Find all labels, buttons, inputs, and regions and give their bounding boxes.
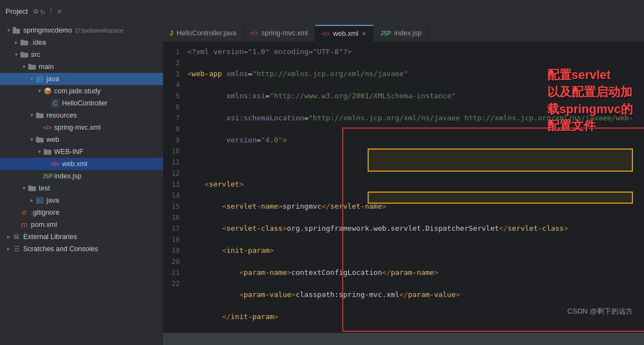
sidebar-item-scratches[interactable]: ☰ Scratches and Consoles	[0, 243, 163, 255]
sidebar-item-index-jsp[interactable]: JSP index.jsp	[0, 170, 163, 182]
main-layout: springmvcdemo D:\jadeworkspace .idea s	[0, 22, 644, 345]
sidebar-item-label: index.jsp	[54, 172, 81, 180]
sidebar-item-gitignore[interactable]: ⊘ .gitignore	[0, 206, 163, 219]
code-line-5: version="4.0">	[187, 135, 644, 146]
expand-arrow	[12, 51, 20, 59]
sidebar-item-main[interactable]: main	[0, 61, 163, 73]
project-label: Project	[6, 7, 28, 15]
sidebar-item-hellocontroller[interactable]: C HelloController	[0, 97, 163, 109]
sidebar-item-web-inf[interactable]: WEB-INF	[0, 146, 163, 158]
sidebar-item-idea[interactable]: .idea	[0, 36, 163, 49]
sidebar-item-label: .gitignore	[31, 209, 59, 216]
sidebar-item-spring-mvc-xml[interactable]: </> spring-mvc.xml	[0, 121, 163, 134]
expand-arrow	[20, 63, 28, 71]
tab-label: HelloController.java	[176, 29, 236, 37]
sidebar-item-pom-xml[interactable]: m pom.xml	[0, 219, 163, 231]
sidebar-item-src[interactable]: src	[0, 49, 163, 61]
sidebar-item-label: .idea	[31, 39, 46, 46]
tab-bar: J HelloController.java </> spring-mvc.xm…	[163, 22, 644, 42]
sidebar: springmvcdemo D:\jadeworkspace .idea s	[0, 22, 163, 345]
sidebar-tree: springmvcdemo D:\jadeworkspace .idea s	[0, 22, 163, 345]
sidebar-item-label: web.xml	[62, 160, 87, 168]
libraries-icon: 🏛	[12, 232, 21, 241]
settings-icon[interactable]: ⚙	[33, 7, 38, 15]
code-line-11: <param-name>contextConfigLocation</param…	[187, 267, 644, 278]
editor-area: 配置servlet 以及配置启动加 载springmvc的 配置文件 1 2 3…	[163, 42, 644, 333]
tab-close-button[interactable]: ✕	[362, 30, 366, 38]
code-line-7: <servlet>	[187, 179, 644, 190]
sidebar-item-label: java	[46, 197, 59, 204]
code-line-12: <param-value>classpath:spring-mvc.xml</p…	[187, 289, 644, 300]
code-line-9: <servlet-class>org.springframework.web.s…	[187, 223, 644, 234]
svg-text:j: j	[36, 198, 39, 204]
maven-icon: m	[20, 220, 29, 229]
sidebar-item-label: External Libraries	[23, 233, 77, 241]
svg-rect-1	[13, 27, 16, 29]
sidebar-item-label: web	[46, 136, 59, 144]
sidebar-item-springmvcdemo[interactable]: springmvcdemo D:\jadeworkspace	[0, 24, 163, 36]
tab-xml-icon: </>	[250, 30, 258, 36]
close-sidebar-icon[interactable]: ✕	[57, 7, 61, 15]
class-icon: C	[51, 99, 60, 108]
sidebar-item-label: springmvcdemo	[23, 26, 72, 34]
git-icon: ⊘	[20, 208, 29, 217]
sync-icon[interactable]: ↻	[40, 7, 45, 15]
sidebar-item-label: spring-mvc.xml	[54, 124, 101, 131]
expand-arrow	[4, 245, 12, 253]
sidebar-item-web-xml[interactable]: </> web.xml	[0, 158, 163, 170]
sidebar-item-label: src	[31, 51, 40, 59]
jsp-icon: JSP	[43, 172, 52, 181]
tab-jsp-icon: JSP	[380, 30, 391, 36]
java-source-icon: j	[35, 196, 44, 205]
sidebar-item-resources[interactable]: resources	[0, 109, 163, 121]
tab-label: index.jsp	[394, 29, 421, 37]
code-line-10: <init-param>	[187, 245, 644, 256]
project-path: D:\jadeworkspace	[75, 27, 123, 34]
editor-panel: J HelloController.java </> spring-mvc.xm…	[163, 22, 644, 345]
tab-java-icon: J	[170, 30, 173, 36]
sidebar-item-test[interactable]: test	[0, 182, 163, 194]
package-icon: 📦	[43, 87, 52, 95]
status-bar	[163, 333, 644, 345]
folder-icon	[35, 135, 44, 144]
expand-arrow	[12, 39, 20, 46]
xml-icon: </>	[43, 123, 52, 132]
tab-spring-mvc[interactable]: </> spring-mvc.xml	[244, 25, 316, 41]
sidebar-item-java[interactable]: j java	[0, 73, 163, 85]
sidebar-item-java-test[interactable]: j java	[0, 194, 163, 206]
folder-icon	[20, 50, 29, 59]
title-bar-left: Project ⚙ ↻ ⋮ ✕	[6, 7, 62, 15]
sidebar-item-label: Scratches and Consoles	[23, 245, 98, 253]
svg-rect-0	[13, 29, 20, 34]
csdn-watermark: CSDN @剩下的远方	[567, 306, 633, 316]
sidebar-item-label: pom.xml	[31, 221, 57, 229]
code-line-6	[187, 157, 644, 168]
sidebar-item-label: test	[39, 184, 50, 192]
sidebar-item-label: java	[46, 75, 59, 83]
expand-arrow	[28, 136, 35, 144]
code-line-8: <servlet-name>springmvc</servlet-name>	[187, 201, 644, 212]
sidebar-item-package[interactable]: 📦 com.jade.study	[0, 85, 163, 97]
expand-arrow	[28, 197, 35, 204]
tab-index-jsp[interactable]: JSP index.jsp	[374, 25, 428, 41]
java-source-icon: j	[35, 75, 44, 83]
sidebar-item-label: WEB-INF	[54, 148, 83, 156]
project-icon	[12, 26, 21, 35]
sidebar-item-label: HelloController	[62, 99, 108, 107]
scratches-icon: ☰	[12, 245, 21, 253]
sidebar-item-web[interactable]: web	[0, 134, 163, 146]
tab-hellocontroller[interactable]: J HelloController.java	[163, 25, 244, 41]
sidebar-item-label: resources	[46, 112, 77, 119]
expand-arrow	[28, 75, 35, 83]
sidebar-item-label: main	[39, 63, 54, 71]
xml-active-icon: </>	[51, 160, 60, 168]
tab-web-xml[interactable]: </> web.xml ✕	[315, 25, 374, 41]
folder-icon	[28, 184, 36, 193]
more-icon[interactable]: ⋮	[47, 7, 55, 15]
title-bar-icons: ⚙ ↻ ⋮ ✕	[33, 7, 61, 15]
sidebar-item-label: com.jade.study	[54, 87, 101, 95]
sidebar-item-external-libraries[interactable]: 🏛 External Libraries	[0, 231, 163, 243]
expand-arrow	[35, 148, 43, 156]
folder-icon	[20, 38, 29, 47]
svg-text:j: j	[36, 77, 39, 82]
